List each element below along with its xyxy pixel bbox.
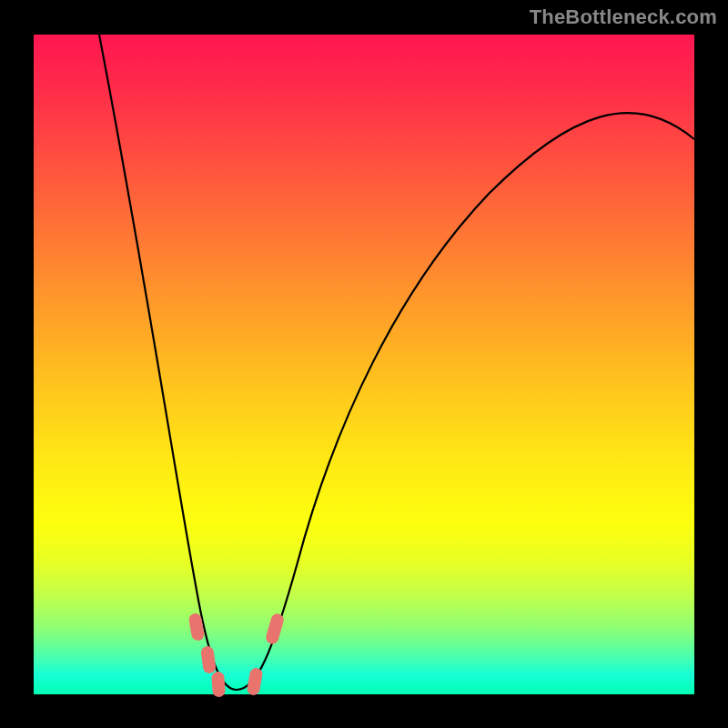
marker-blob — [200, 645, 217, 674]
marker-blob — [211, 672, 226, 698]
marker-blob — [247, 667, 264, 696]
watermark-text: TheBottleneck.com — [530, 5, 717, 29]
bottleneck-curve — [34, 35, 694, 694]
curve-path — [99, 35, 694, 690]
chart-stage: TheBottleneck.com — [0, 0, 728, 728]
marker-blob — [265, 612, 286, 646]
